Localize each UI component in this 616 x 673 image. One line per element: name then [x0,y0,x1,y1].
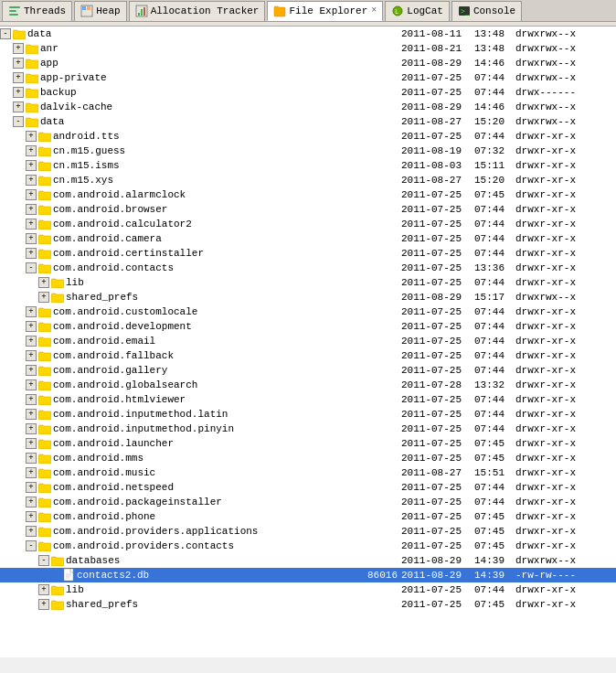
tree-toggle[interactable]: + [26,409,37,420]
tree-toggle[interactable]: + [26,453,37,464]
tree-row[interactable]: +backup2011-07-2507:44drwx------ [0,85,616,100]
tree-toggle[interactable]: + [26,233,37,244]
tree-toggle[interactable]: + [26,175,37,186]
tab-allocation-tracker[interactable]: Allocation Tracker [129,1,266,21]
tree-row[interactable]: +com.android.browser2011-07-2507:44drwxr… [0,202,616,217]
tree-row[interactable]: contacts2.db860162011-08-2914:39-rw-rw--… [0,568,616,582]
tree-toggle[interactable]: + [26,306,37,317]
tree-toggle[interactable]: + [13,87,24,98]
tree-row[interactable]: +com.android.camera2011-07-2507:44drwxr-… [0,231,616,246]
tree-row[interactable]: +com.android.providers.applications2011-… [0,524,616,539]
tree-toggle[interactable]: + [26,511,37,522]
tree-row[interactable]: +com.android.inputmethod.pinyin2011-07-2… [0,422,616,436]
tree-row[interactable]: +com.android.fallback2011-07-2507:44drwx… [0,348,616,363]
tree-toggle[interactable]: + [26,219,37,230]
tree-row[interactable]: +shared_prefs2011-08-2915:17drwxrwx--x [0,290,616,304]
file-tree[interactable]: -data2011-08-1113:48drwxrwx--x+anr2011-0… [0,27,616,657]
tree-toggle[interactable]: + [26,423,37,434]
tree-row[interactable]: +lib2011-07-2507:44drwxr-xr-x [0,275,616,290]
tree-toggle[interactable]: - [26,262,37,273]
tree-toggle[interactable]: - [13,116,24,127]
tree-toggle[interactable]: + [26,365,37,376]
tree-toggle[interactable]: + [26,497,37,507]
tree-row-date: 2011-08-27 [401,467,474,478]
tree-row[interactable]: +dalvik-cache2011-08-2914:46drwxrwx--x [0,100,616,114]
tree-toggle[interactable]: + [26,131,37,142]
tree-toggle[interactable]: + [38,277,49,288]
tree-row[interactable]: +app-private2011-07-2507:44drwxrwx--x [0,70,616,85]
tree-toggle[interactable]: + [26,204,37,215]
tree-toggle[interactable]: - [38,555,49,566]
tree-toggle[interactable]: + [26,350,37,361]
tree-toggle[interactable]: + [38,292,49,303]
tree-row[interactable]: +com.android.calculator22011-07-2507:44d… [0,217,616,231]
tree-row-filename: com.android.inputmethod.latin [53,409,228,420]
tree-row-time: 07:45 [474,189,515,200]
tab-heap[interactable]: Heap [74,1,126,21]
tree-toggle[interactable]: + [26,482,37,493]
tree-row[interactable]: +com.android.alarmclock2011-07-2507:45dr… [0,187,616,202]
tree-toggle[interactable]: + [26,467,37,478]
tree-row-filename: com.android.fallback [53,350,174,361]
tree-row[interactable]: +com.android.netspeed2011-07-2507:44drwx… [0,480,616,495]
tree-row[interactable]: -com.android.providers.contacts2011-07-2… [0,539,616,553]
tree-toggle[interactable]: + [26,189,37,200]
tree-row[interactable]: +com.android.gallery2011-07-2507:44drwxr… [0,363,616,378]
tree-row-perms: drwxrwx--x [515,58,589,69]
tree-toggle[interactable]: - [0,28,11,39]
tree-row-filename: com.android.providers.applications [53,526,258,537]
tree-toggle[interactable]: + [26,336,37,347]
tree-row[interactable]: +com.android.email2011-07-2507:44drwxr-x… [0,334,616,348]
tree-row[interactable]: +lib2011-07-2507:44drwxr-xr-x [0,582,616,597]
tree-toggle[interactable]: + [38,599,49,610]
tree-toggle[interactable]: + [26,145,37,156]
tab-file-explorer-close[interactable]: × [371,5,377,16]
tree-row[interactable]: +com.android.mms2011-07-2507:45drwxr-xr-… [0,451,616,465]
tree-row[interactable]: +com.android.certinstaller2011-07-2507:4… [0,246,616,261]
tree-toggle[interactable]: + [26,321,37,332]
folder-icon [26,73,38,83]
tree-row[interactable]: -data2011-08-1113:48drwxrwx--x [0,27,616,41]
tree-row[interactable]: +com.android.htmlviewer2011-07-2507:44dr… [0,392,616,407]
tree-toggle[interactable]: + [13,43,24,54]
tree-row[interactable]: +com.android.launcher2011-07-2507:45drwx… [0,436,616,451]
tree-toggle[interactable]: - [26,540,37,551]
tree-row[interactable]: +app2011-08-2914:46drwxrwx--x [0,56,616,70]
tab-file-explorer[interactable]: File Explorer× [267,1,383,21]
tree-toggle[interactable]: + [26,248,37,259]
tree-toggle[interactable]: + [13,58,24,69]
tree-toggle[interactable]: + [26,160,37,171]
tree-row-date: 2011-07-25 [401,365,474,376]
tree-row[interactable]: +cn.m15.guess2011-08-1907:32drwxr-xr-x [0,144,616,158]
tree-toggle[interactable]: + [26,526,37,537]
tree-row[interactable]: +com.android.inputmethod.latin2011-07-25… [0,407,616,422]
tree-row[interactable]: +com.android.customlocale2011-07-2507:44… [0,304,616,319]
tree-toggle[interactable]: + [26,394,37,405]
tree-row[interactable]: +shared_prefs2011-07-2507:45drwxr-xr-x [0,597,616,612]
tree-toggle[interactable]: + [13,72,24,83]
tree-row[interactable]: +com.android.development2011-07-2507:44d… [0,319,616,334]
tab-console[interactable]: >_Console [451,1,522,21]
svg-rect-9 [143,7,145,16]
tree-toggle[interactable]: + [26,379,37,390]
tree-row-name-cell: +app-private [0,72,351,83]
tree-row[interactable]: +com.android.globalsearch2011-07-2813:32… [0,378,616,392]
tree-row[interactable]: +anr2011-08-2113:48drwxrwx--x [0,41,616,56]
tree-row-date: 2011-07-25 [401,540,474,551]
tree-row[interactable]: +com.android.packageinstaller2011-07-250… [0,495,616,509]
tree-toggle[interactable]: + [13,101,24,112]
tree-row[interactable]: -data2011-08-2715:20drwxrwx--x [0,114,616,129]
tree-row[interactable]: +com.android.music2011-08-2715:51drwxr-x… [0,465,616,480]
tab-threads[interactable]: Threads [2,1,72,21]
tree-row[interactable]: +cn.m15.xys2011-08-2715:20drwxr-xr-x [0,173,616,187]
tab-logcat[interactable]: LLogCat [385,1,450,21]
tree-row[interactable]: +cn.m15.isms2011-08-0315:11drwxr-xr-x [0,158,616,173]
tree-row[interactable]: +com.android.phone2011-07-2507:45drwxr-x… [0,509,616,524]
tree-row-time: 13:48 [474,28,515,39]
tree-row[interactable]: +android.tts2011-07-2507:44drwxr-xr-x [0,129,616,144]
tree-row[interactable]: -databases2011-08-2914:39drwxrwx--x [0,553,616,568]
tree-row-name-cell: +lib [0,277,351,288]
tree-toggle[interactable]: + [26,438,37,449]
tree-row[interactable]: -com.android.contacts2011-07-2513:36drwx… [0,261,616,275]
tree-toggle[interactable]: + [38,584,49,595]
